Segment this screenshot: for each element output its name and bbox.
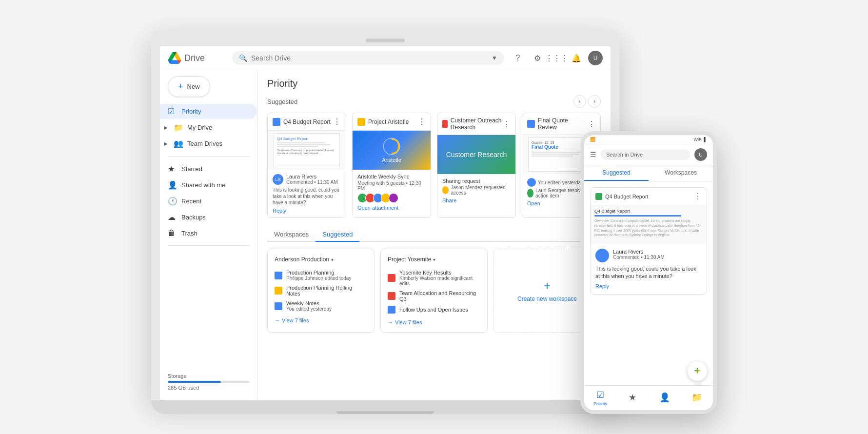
storage-label: Storage: [168, 373, 249, 379]
new-button[interactable]: + New: [168, 76, 210, 97]
workspace-dropdown-icon: ▾: [331, 257, 334, 262]
sidebar-item-shared[interactable]: 👤 Shared with me: [160, 178, 257, 193]
phone-fab-button[interactable]: +: [688, 361, 707, 381]
file-card-preview: Customer Research: [437, 135, 515, 174]
tab-suggested[interactable]: Suggested: [316, 228, 359, 242]
file-card-aristotle[interactable]: Project Aristotle ⋮: [352, 113, 431, 218]
workspace-file-6[interactable]: Follow Ups and Open Issues: [388, 304, 480, 316]
workspace-file-name: Production Planning Rolling Notes: [286, 285, 367, 296]
share-requester: Jason Mendez requested access: [442, 185, 511, 196]
preview-line: [532, 156, 573, 157]
apps-button[interactable]: ⋮⋮⋮: [549, 50, 565, 66]
file-card-more-button[interactable]: ⋮: [503, 119, 511, 129]
phone-reply-button[interactable]: Reply: [595, 283, 702, 289]
phone-preview-text: Overview: Contrary to popular belief, Lo…: [594, 218, 703, 237]
aristotle-name: Aristotle: [382, 157, 401, 163]
edited-avatar: [527, 178, 536, 187]
phone-card-body: Laura Rivers Commented • 11:30 AM This i…: [591, 244, 707, 294]
workspace-file-icon: [275, 287, 282, 295]
sidebar-item-trash[interactable]: 🗑 Trash: [160, 226, 257, 240]
card-action-share[interactable]: Share: [442, 197, 511, 203]
phone-nav-priority[interactable]: ☑ Priority: [584, 388, 616, 408]
phone-nav-starred[interactable]: ★: [616, 390, 649, 406]
phone-tab-workspaces[interactable]: Workspaces: [649, 165, 713, 181]
nav-next-button[interactable]: ›: [588, 95, 601, 108]
file-type-icon: [527, 120, 535, 128]
file-card-more-button[interactable]: ⋮: [588, 119, 595, 129]
file-card-q4-budget[interactable]: Q4 Budget Report ⋮ Q4 Budget Report: [267, 113, 346, 218]
file-card-header: Project Aristotle ⋮: [353, 113, 431, 131]
menu-icon[interactable]: ☰: [590, 151, 596, 158]
main-content: Priority Suggested ‹ ›: [257, 70, 611, 400]
user-avatar[interactable]: U: [588, 51, 603, 65]
phone-nav-files-icon: 📁: [691, 392, 702, 403]
file-type-icon: [273, 118, 280, 126]
search-bar[interactable]: 🔍 ▼: [232, 51, 504, 65]
sidebar-item-team-drives[interactable]: ▶ 👥 Team Drives: [160, 136, 257, 151]
preview-doc: Q4 Budget Report Overview: Contrary to p…: [274, 133, 340, 167]
phone-commenter-info: Laura Rivers Commented • 11:30 AM: [613, 249, 665, 260]
help-button[interactable]: ?: [510, 50, 526, 66]
workspace-file-2[interactable]: Production Planning Rolling Notes: [275, 283, 367, 298]
search-input[interactable]: [251, 54, 488, 62]
phone-nav-starred-icon: ★: [629, 392, 636, 403]
file-card-info: LR Laura Rivers Commented • 11:30 AM Thi…: [268, 170, 346, 217]
workspace-file-icon: [388, 292, 395, 300]
workspace-file-name: Follow Ups and Open Issues: [399, 307, 468, 313]
view-files-anderson[interactable]: → View 7 files: [275, 317, 367, 323]
phone-nav-priority-label: Priority: [593, 401, 607, 406]
sidebar-item-backups[interactable]: ☁ Backups: [160, 210, 257, 225]
phone-file-icon: [595, 193, 602, 200]
workspace-file-4[interactable]: Yosemite Key Results Kimberly Watson mad…: [388, 268, 480, 288]
phone-nav-files[interactable]: 📁: [681, 390, 713, 406]
phone-more-icon[interactable]: ⋮: [694, 192, 702, 201]
phone-signal: 📶: [590, 137, 595, 142]
file-card-header: Q4 Budget Report ⋮: [268, 113, 346, 131]
phone-search-bar[interactable]: Search in Drive: [600, 149, 690, 160]
phone-commenter-time: Commented • 11:30 AM: [613, 255, 665, 260]
phone-file-card[interactable]: Q4 Budget Report ⋮ Q4 Budget Report Over…: [590, 187, 707, 295]
workspace-file-info: Follow Ups and Open Issues: [399, 307, 468, 313]
phone-tab-suggested[interactable]: Suggested: [584, 165, 649, 181]
phone-user-avatar[interactable]: U: [694, 148, 707, 161]
sidebar-item-priority[interactable]: ☑ Priority: [160, 104, 257, 119]
nav-prev-button[interactable]: ‹: [573, 95, 586, 108]
phone-nav-shared[interactable]: 👤: [649, 390, 681, 406]
team-drives-icon: 👥: [174, 139, 182, 148]
phone-status-bar: 📶 WiFi ▌: [584, 135, 713, 144]
card-action-reply[interactable]: Reply: [273, 208, 341, 214]
workspace-name-text: Anderson Production: [275, 256, 329, 263]
file-type-icon: [442, 120, 448, 128]
file-card-more-button[interactable]: ⋮: [333, 117, 341, 126]
my-drive-icon: 📁: [174, 123, 182, 132]
workspace-file-name: Production Planning: [286, 270, 351, 276]
view-files-yosemite[interactable]: → View 7 files: [388, 319, 480, 325]
phone-commenter-avatar: [595, 249, 609, 262]
search-dropdown-icon: ▼: [492, 55, 497, 61]
storage-bar-fill: [168, 381, 221, 383]
workspace-name-anderson: Anderson Production ▾: [275, 256, 367, 263]
sidebar-item-recent[interactable]: 🕐 Recent: [160, 194, 257, 209]
sidebar-item-starred[interactable]: ★ Starred: [160, 161, 257, 177]
recent-icon: 🕐: [168, 197, 177, 206]
workspace-card-yosemite: Project Yosemite ▾ Yosemite Key Results …: [380, 249, 488, 333]
requester-name: Jason Mendez requested access: [451, 185, 511, 196]
file-card-more-button[interactable]: ⋮: [418, 117, 426, 126]
workspace-file-3[interactable]: Weekly Notes You edited yesterday: [275, 298, 367, 314]
file-card-customer[interactable]: Customer Outreach Research ⋮ Customer Re…: [437, 113, 516, 218]
phone-nav-shared-icon: 👤: [659, 392, 670, 403]
notifications-button[interactable]: 🔔: [569, 50, 584, 66]
tab-workspaces[interactable]: Workspaces: [267, 228, 316, 242]
sidebar-item-my-drive[interactable]: ▶ 📁 My Drive: [160, 120, 257, 135]
card-action-open-attachment[interactable]: Open attachment: [357, 205, 426, 211]
page-title: Priority: [267, 78, 601, 89]
workspace-file-icon: [275, 302, 282, 310]
workspace-file-1[interactable]: Production Planning Philippe Johnson edi…: [275, 268, 367, 283]
workspace-file-5[interactable]: Team Allocation and Resourcing Q3: [388, 288, 480, 304]
phone-preview: Q4 Budget Report Overview: Contrary to p…: [591, 205, 707, 244]
file-card-header: Customer Outreach Research ⋮: [437, 113, 515, 135]
arrow-icon: ▶: [164, 141, 168, 146]
requester-avatar: [442, 186, 449, 194]
settings-button[interactable]: ⚙: [530, 50, 545, 66]
workspace-file-sub: Kimberly Watson made significant edits: [399, 276, 480, 286]
